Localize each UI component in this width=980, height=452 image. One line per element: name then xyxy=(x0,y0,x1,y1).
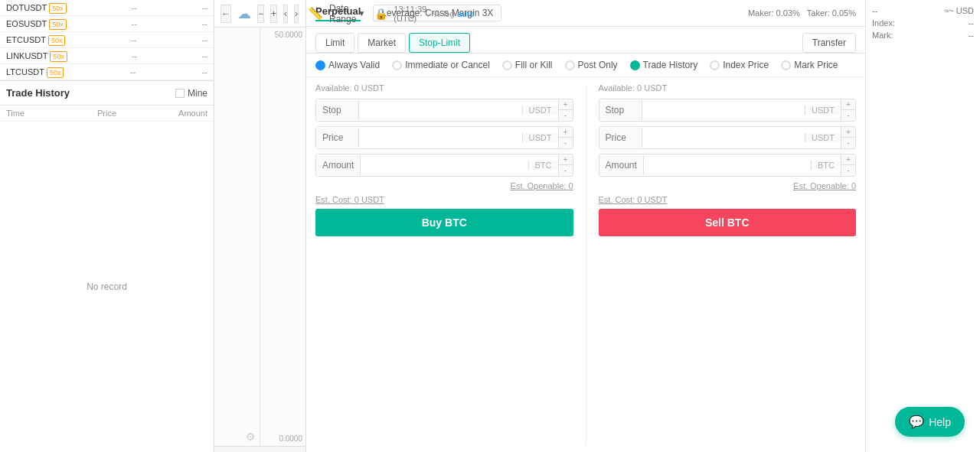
chart-y-axis: 50.0000 0.0000 xyxy=(260,28,305,446)
pair-val1: -- xyxy=(132,51,137,60)
maker-fee: Maker: 0.03% xyxy=(748,8,800,18)
stop-unit-buy: USDT xyxy=(522,106,558,115)
post-only-radio[interactable] xyxy=(565,60,575,70)
approx-usd-row: -- ≈~ USD xyxy=(872,6,974,15)
gear-icon[interactable]: ⚙ xyxy=(246,431,256,443)
est-openable-value-buy: 0 xyxy=(568,181,573,190)
zoom-out-button[interactable]: − xyxy=(257,5,264,23)
amount-unit-buy: BTC xyxy=(528,161,558,170)
stop-unit-sell: USDT xyxy=(805,106,841,115)
est-cost-buy: Est. Cost: 0 USDT xyxy=(315,195,573,204)
amount-unit-sell: BTC xyxy=(811,161,841,170)
dash-value: -- xyxy=(872,6,877,15)
price-steppers-sell: + - xyxy=(841,127,855,148)
pair-val2: -- xyxy=(202,67,207,76)
amount-input-sell[interactable] xyxy=(644,155,811,175)
est-cost-label-buy: Est. Cost: 0 USDT xyxy=(315,195,384,204)
est-openable-sell: Est. Openable: 0 xyxy=(599,181,857,190)
mark-price-radio[interactable] xyxy=(781,60,791,70)
chart-time: 13:11:39 (UTC) xyxy=(394,5,426,23)
amount-step-up-buy[interactable]: + xyxy=(559,154,573,165)
transfer-button[interactable]: Transfer xyxy=(802,33,856,53)
stop-step-up-sell[interactable]: + xyxy=(841,99,855,110)
amount-step-down-buy[interactable]: - xyxy=(559,165,573,176)
fok-label: Fill or Kill xyxy=(515,60,553,70)
post-only-option[interactable]: Post Only xyxy=(565,60,618,70)
limit-tab[interactable]: Limit xyxy=(315,33,354,53)
scale-pct[interactable]: % xyxy=(433,9,440,18)
always-valid-option[interactable]: Always Valid xyxy=(315,60,380,70)
price-field-sell: Price USDT + - xyxy=(599,126,857,149)
stop-input-buy[interactable] xyxy=(359,100,522,120)
list-item[interactable]: EOSUSDT50x -- -- xyxy=(0,16,214,32)
chart-area: ← ☁ − + ‹ › 📏 Date Range ▼ 🔒 13:11:39 (U… xyxy=(214,0,306,452)
mark-price-option[interactable]: Mark Price xyxy=(781,60,838,70)
fok-radio[interactable] xyxy=(502,60,512,70)
est-cost-sell: Est. Cost: 0 USDT xyxy=(599,195,857,204)
mark-price-label: Mark Price xyxy=(794,60,838,70)
amount-field-buy: Amount BTC + - xyxy=(315,154,573,177)
list-item[interactable]: LINKUSDT50x -- -- xyxy=(0,48,214,64)
price-input-buy[interactable] xyxy=(359,128,522,148)
help-button[interactable]: 💬 Help xyxy=(895,407,965,437)
amount-step-down-sell[interactable]: - xyxy=(841,165,855,176)
chart-icon: ☁ xyxy=(237,5,251,22)
order-panel: Perpetual Leverage: Cross Margin 3X Make… xyxy=(306,0,865,452)
index-price-label: Index Price xyxy=(723,60,769,70)
chart-scrollbar[interactable] xyxy=(214,446,305,452)
ioc-radio[interactable] xyxy=(392,60,402,70)
index-price-option[interactable]: Index Price xyxy=(710,60,769,70)
scale-log[interactable]: log xyxy=(443,9,455,18)
stop-step-down-buy[interactable]: - xyxy=(559,110,573,121)
est-openable-buy: Est. Openable: 0 xyxy=(315,181,573,190)
fill-or-kill-option[interactable]: Fill or Kill xyxy=(502,60,553,70)
pair-val1: -- xyxy=(132,3,137,12)
price-step-up-sell[interactable]: + xyxy=(841,127,855,138)
amount-step-up-sell[interactable]: + xyxy=(841,154,855,165)
trade-history-radio[interactable] xyxy=(630,60,640,70)
stop-steppers-sell: + - xyxy=(841,99,855,121)
stop-step-down-sell[interactable]: - xyxy=(841,110,855,121)
list-item[interactable]: ETCUSDT50x -- -- xyxy=(0,32,214,48)
price-step-up-buy[interactable]: + xyxy=(559,127,573,138)
y-axis-bottom: 0.0000 xyxy=(263,434,302,443)
stop-step-up-buy[interactable]: + xyxy=(559,99,573,110)
index-price-radio[interactable] xyxy=(710,60,720,70)
list-item[interactable]: LTCUSDT50x -- -- xyxy=(0,64,214,80)
stop-limit-tab[interactable]: Stop-Limit xyxy=(409,33,470,53)
index-label: Index: xyxy=(872,18,895,28)
market-tab[interactable]: Market xyxy=(358,33,406,53)
sell-available: Available: 0 USDT xyxy=(599,83,857,93)
pair-name: LTCUSDT50x xyxy=(6,67,64,76)
price-label-sell: Price xyxy=(599,128,642,148)
back-button[interactable]: ← xyxy=(220,5,231,23)
est-openable-label-buy: Est. Openable: xyxy=(511,181,569,190)
mine-filter[interactable]: Mine xyxy=(175,88,207,99)
always-valid-label: Always Valid xyxy=(328,60,380,70)
amount-input-buy[interactable] xyxy=(361,155,528,175)
pair-val2: -- xyxy=(202,3,207,12)
pair-badge: 50x xyxy=(49,19,67,30)
list-item[interactable]: DOTUSDT50x -- -- xyxy=(0,0,214,16)
price-step-down-sell[interactable]: - xyxy=(841,138,855,148)
mine-checkbox[interactable] xyxy=(175,89,185,98)
prev-button[interactable]: ‹ xyxy=(283,5,288,23)
scale-auto[interactable]: auto xyxy=(458,9,474,18)
sell-btc-button[interactable]: Sell BTC xyxy=(599,209,857,236)
buy-btc-button[interactable]: Buy BTC xyxy=(315,209,573,236)
price-input-sell[interactable] xyxy=(642,128,805,148)
zoom-in-button[interactable]: + xyxy=(270,5,277,23)
ioc-option[interactable]: Immediate or Cancel xyxy=(392,60,490,70)
date-range-selector[interactable]: Date Range ▼ xyxy=(329,3,365,24)
price-column-header: Price xyxy=(74,109,141,118)
index-row: Index: -- xyxy=(872,18,974,28)
post-only-label: Post Only xyxy=(578,60,618,70)
pair-badge: 50x xyxy=(48,35,66,46)
no-record-text: No record xyxy=(0,122,214,452)
next-button[interactable]: › xyxy=(294,5,299,23)
price-step-down-buy[interactable]: - xyxy=(559,138,573,148)
trade-history-option[interactable]: Trade History xyxy=(630,60,698,70)
always-valid-radio[interactable] xyxy=(315,60,325,70)
stop-input-sell[interactable] xyxy=(642,100,805,120)
date-range-label: Date Range xyxy=(329,3,356,24)
